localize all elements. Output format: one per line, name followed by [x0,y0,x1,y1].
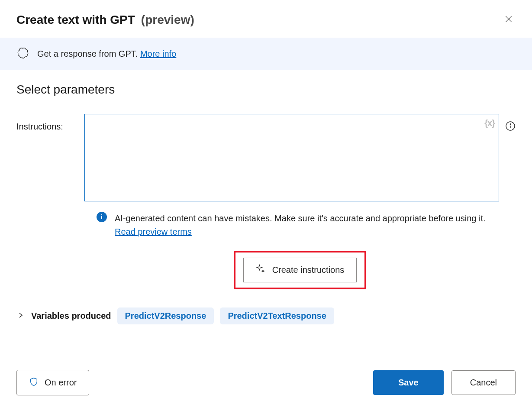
disclaimer-text-wrap: AI-generated content can have mistakes. … [115,212,503,239]
svg-point-3 [510,124,511,125]
variable-icon: {x} [484,118,495,128]
variables-expand-toggle[interactable] [16,311,25,321]
shield-icon [29,376,39,389]
footer-actions: Save Cancel [373,370,516,395]
param-row-instructions: Instructions: {x} [16,114,516,289]
banner-text: Get a response from GPT. [37,49,140,58]
variable-chip-predictv2response[interactable]: PredictV2Response [117,307,214,324]
info-icon [505,121,516,133]
dialog-create-text-with-gpt: Create text with GPT (preview) Get a res… [0,0,532,411]
title-wrap: Create text with GPT (preview) [16,13,194,27]
banner-content: Get a response from GPT. More info [37,49,176,59]
instructions-input-wrap: {x} [84,114,516,203]
save-button[interactable]: Save [373,370,444,395]
dialog-title: Create text with GPT [16,13,135,27]
close-icon [504,15,513,25]
highlight-callout: Create instructions [234,251,367,289]
instructions-input[interactable] [84,114,499,201]
textarea-wrap: {x} [84,114,499,203]
more-info-link[interactable]: More info [140,49,176,58]
read-preview-terms-link[interactable]: Read preview terms [115,227,192,236]
on-error-label: On error [45,378,77,388]
variables-produced-row: Variables produced PredictV2Response Pre… [16,307,516,324]
section-title: Select parameters [16,83,516,97]
variable-chip-predictv2textresponse[interactable]: PredictV2TextResponse [220,307,334,324]
chevron-right-icon [17,312,24,320]
dialog-title-suffix: (preview) [141,13,194,27]
on-error-button[interactable]: On error [16,370,89,395]
dialog-body: Select parameters Instructions: {x} [0,70,532,354]
disclaimer-text: AI-generated content can have mistakes. … [115,214,486,223]
variables-produced-label: Variables produced [31,311,111,321]
instructions-info-button[interactable] [505,121,516,133]
sparkle-icon [256,264,265,276]
dialog-header: Create text with GPT (preview) [0,0,532,38]
info-banner: Get a response from GPT. More info [0,38,532,70]
create-instructions-button[interactable]: Create instructions [243,258,357,282]
create-instructions-label: Create instructions [272,265,345,275]
info-badge-icon: i [97,212,107,222]
cancel-button[interactable]: Cancel [451,370,516,395]
close-button[interactable] [502,12,516,27]
instructions-column: {x} i AI-generated content can have mist… [84,114,516,289]
insert-variable-button[interactable]: {x} [484,118,495,128]
ai-disclaimer: i AI-generated content can have mistakes… [84,203,516,239]
gpt-icon [16,46,29,61]
instructions-label: Instructions: [16,114,79,132]
dialog-footer: On error Save Cancel [0,354,532,411]
create-instructions-wrap: Create instructions [84,251,516,289]
